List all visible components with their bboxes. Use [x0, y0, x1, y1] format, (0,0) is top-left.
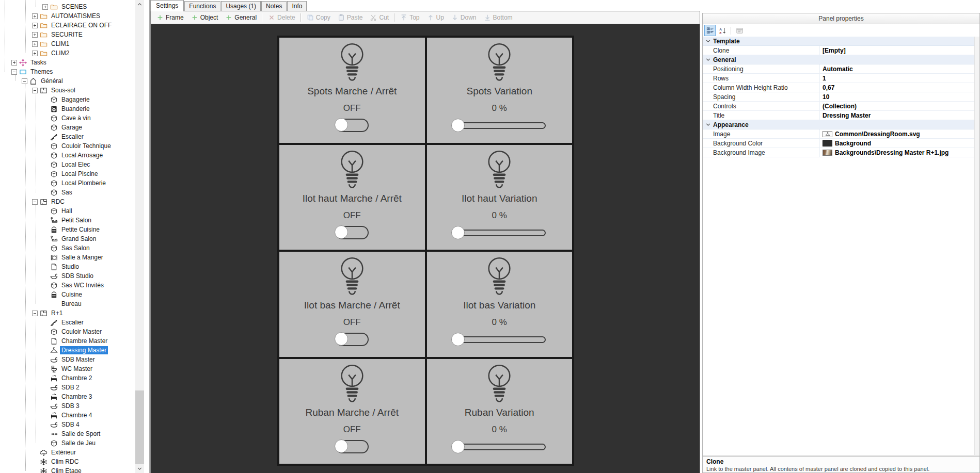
- tree-item-wc-master[interactable]: WC Master: [0, 364, 135, 373]
- tree-item-local-elec[interactable]: Local Elec: [0, 160, 135, 169]
- tab-settings[interactable]: Settings: [150, 0, 184, 11]
- tree-item-salle-de-jeu[interactable]: Salle de Jeu: [0, 438, 135, 448]
- expand-icon[interactable]: [32, 51, 38, 56]
- collapse-icon[interactable]: [22, 78, 27, 84]
- tree-item-chambre-2[interactable]: Chambre 2: [0, 373, 135, 383]
- tree-scrollbar[interactable]: [135, 0, 144, 473]
- tree-item-sdb-master[interactable]: SDB Master: [0, 355, 135, 364]
- property-row-background-color[interactable]: Background ColorBackground: [703, 139, 974, 148]
- property-value[interactable]: Automatic: [819, 64, 974, 73]
- frame-button[interactable]: Frame: [153, 13, 187, 22]
- tree-item-automatismes[interactable]: AUTOMATISMES: [0, 11, 135, 21]
- tree-item-salle-manger[interactable]: Salle à Manger: [0, 253, 135, 262]
- tree-item-petit-salon[interactable]: Petit Salon: [0, 216, 135, 225]
- tree-item-local-plomberie[interactable]: Local Plomberie: [0, 178, 135, 188]
- slider-track[interactable]: [453, 230, 546, 236]
- property-row-rows[interactable]: Rows1: [703, 74, 974, 83]
- tree-item-studio[interactable]: Studio: [0, 262, 135, 271]
- toggle-knob[interactable]: [335, 118, 348, 132]
- scroll-up-button[interactable]: [135, 0, 144, 9]
- tree-item-sdb-4[interactable]: SDB 4: [0, 420, 135, 429]
- property-row-spacing[interactable]: Spacing10: [703, 92, 974, 102]
- property-value[interactable]: Background: [819, 139, 974, 148]
- slider-knob[interactable]: [451, 119, 465, 132]
- dimmer-slider[interactable]: [453, 440, 546, 453]
- tab-usages-1[interactable]: Usages (1): [221, 1, 261, 11]
- property-row-column-width-height-ratio[interactable]: Column Width Height Ratio0,67: [703, 83, 974, 92]
- tree-main-splitter[interactable]: [149, 0, 150, 473]
- property-value[interactable]: Backgrounds\Dressing Master R+1.jpg: [819, 148, 974, 157]
- collapse-icon[interactable]: [11, 69, 17, 75]
- tree-item-tasks[interactable]: Tasks: [0, 58, 135, 67]
- slider-knob[interactable]: [451, 333, 465, 346]
- tree-item-petite-cuisine[interactable]: Petite Cuisine: [0, 225, 135, 234]
- tree-item-rdc[interactable]: RDC: [0, 197, 135, 206]
- toggle-switch[interactable]: [336, 440, 369, 453]
- tree-item-bureau[interactable]: Bureau: [0, 299, 135, 308]
- tree-item-cuisine[interactable]: Cuisine: [0, 290, 135, 299]
- toggle-knob[interactable]: [335, 439, 348, 453]
- toggle-knob[interactable]: [335, 225, 348, 239]
- tree-item-clim1[interactable]: CLIM1: [0, 39, 135, 48]
- collapse-icon[interactable]: [32, 88, 38, 93]
- tree-item-clim-rdc[interactable]: Clim RDC: [0, 457, 135, 466]
- tree-item-chambre-3[interactable]: Chambre 3: [0, 392, 135, 401]
- tree-item-local-piscine[interactable]: Local Piscine: [0, 169, 135, 178]
- tree-item-g-n-ral[interactable]: Général: [0, 76, 135, 86]
- collapse-icon[interactable]: [32, 199, 38, 205]
- tree-item-sous-sol[interactable]: Sous-sol: [0, 86, 135, 95]
- tree-item-salle-de-sport[interactable]: Salle de Sport: [0, 429, 135, 438]
- dimmer-slider[interactable]: [453, 226, 546, 239]
- tree-item-cave-vin[interactable]: Cave à vin: [0, 113, 135, 123]
- dimmer-slider[interactable]: [453, 333, 546, 346]
- toggle-switch[interactable]: [336, 119, 369, 132]
- expand-icon[interactable]: [32, 32, 38, 38]
- expand-icon[interactable]: [32, 41, 38, 47]
- tree-item-escalier[interactable]: Escalier: [0, 318, 135, 327]
- slider-knob[interactable]: [451, 440, 465, 453]
- property-value[interactable]: 10: [819, 92, 974, 101]
- object-button[interactable]: Object: [187, 13, 222, 22]
- slider-track[interactable]: [453, 444, 546, 450]
- az-sort-button[interactable]: [717, 25, 728, 36]
- tree-item-buanderie[interactable]: Buanderie: [0, 104, 135, 113]
- tab-functions[interactable]: Functions: [184, 1, 220, 11]
- expand-icon[interactable]: [42, 4, 48, 10]
- tree-item-sdb-3[interactable]: SDB 3: [0, 401, 135, 411]
- tree-item-clim-etage[interactable]: Clim Etage: [0, 466, 135, 473]
- tree-item-grand-salon[interactable]: Grand Salon: [0, 234, 135, 243]
- tree-item-sas[interactable]: Sas: [0, 188, 135, 197]
- tree-item-eclairage-on-off[interactable]: ECLAIRAGE ON OFF: [0, 21, 135, 30]
- toggle-switch[interactable]: [336, 226, 369, 239]
- tree-item-garage[interactable]: Garage: [0, 123, 135, 132]
- tree-item-local-arrosage[interactable]: Local Arrosage: [0, 151, 135, 160]
- property-row-clone[interactable]: Clone[Empty]: [703, 46, 974, 55]
- property-value[interactable]: Common\DressingRoom.svg: [819, 129, 974, 138]
- dimmer-slider[interactable]: [453, 119, 546, 132]
- property-row-positioning[interactable]: PositioningAutomatic: [703, 64, 974, 74]
- general-button[interactable]: General: [222, 13, 260, 22]
- properties-scrollbar-track[interactable]: [974, 37, 979, 455]
- property-value[interactable]: Dressing Master: [819, 111, 974, 120]
- tree-item-couloir-technique[interactable]: Couloir Technique: [0, 141, 135, 151]
- slider-track[interactable]: [453, 336, 546, 343]
- collapse-icon[interactable]: [32, 311, 38, 316]
- property-row-background-image[interactable]: Background ImageBackgrounds\Dressing Mas…: [703, 148, 974, 157]
- property-value[interactable]: 1: [819, 74, 974, 83]
- tree-item-hall[interactable]: Hall: [0, 206, 135, 216]
- slider-knob[interactable]: [451, 226, 465, 239]
- property-row-controls[interactable]: Controls(Collection): [703, 102, 974, 111]
- tree-item-themes[interactable]: Themes: [0, 67, 135, 76]
- slider-track[interactable]: [453, 122, 546, 129]
- property-category-appearance[interactable]: Appearance: [703, 120, 974, 129]
- tree-item-escalier[interactable]: Escalier: [0, 132, 135, 141]
- tree-item-sdb-2[interactable]: SDB 2: [0, 383, 135, 392]
- tab-notes[interactable]: Notes: [261, 1, 287, 11]
- tree-item-sdb-studio[interactable]: SDB Studio: [0, 271, 135, 281]
- property-value[interactable]: (Collection): [819, 102, 974, 110]
- scrollbar-thumb[interactable]: [135, 390, 144, 466]
- tree-item-sas-wc-invit-s[interactable]: Sas WC Invités: [0, 281, 135, 290]
- toggle-knob[interactable]: [335, 332, 348, 346]
- scroll-down-button[interactable]: [135, 464, 144, 473]
- tree-item-scenes[interactable]: SCENES: [0, 2, 135, 11]
